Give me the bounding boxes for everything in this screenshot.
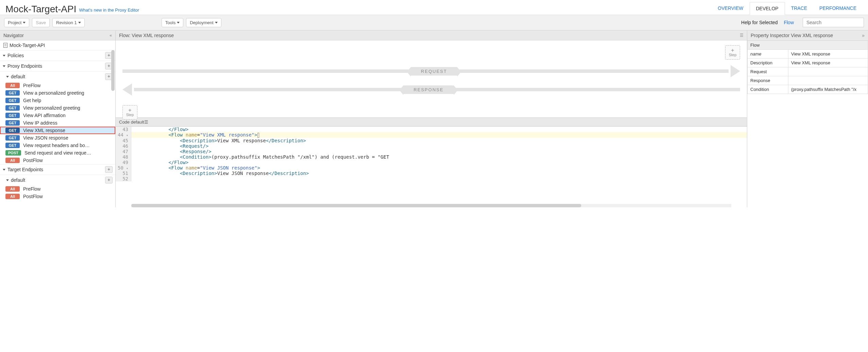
- nav-flow-item[interactable]: AllPostFlow: [0, 193, 115, 200]
- nav-flow-label: Send request and view reque…: [24, 150, 91, 156]
- property-value[interactable]: [788, 76, 868, 85]
- nav-section-target-endpoints[interactable]: Target Endpoints +: [0, 164, 115, 175]
- search-input[interactable]: [803, 18, 864, 27]
- project-menu[interactable]: Project: [4, 18, 29, 27]
- revision-menu[interactable]: Revision 1: [52, 18, 85, 27]
- plus-icon: +: [128, 108, 131, 113]
- code-line[interactable]: 48 <Condition>(proxy.pathsuffix MatchesP…: [116, 154, 747, 160]
- property-row[interactable]: Condition(proxy.pathsuffix MatchesPath "…: [748, 85, 868, 94]
- nav-flow-item[interactable]: GETView XML response: [0, 127, 115, 134]
- navigator-panel: Navigator « Mock-Target-API Policies + P…: [0, 31, 116, 207]
- property-value[interactable]: View XML response: [788, 50, 868, 59]
- property-row[interactable]: Request: [748, 67, 868, 76]
- property-value[interactable]: (proxy.pathsuffix MatchesPath "/x: [788, 85, 868, 94]
- nav-flow-label: View a personalized greeting: [23, 90, 84, 96]
- property-key: Condition: [748, 85, 788, 94]
- code-editor-header: Code default ☰: [116, 117, 747, 127]
- nav-flow-item[interactable]: POSTSend request and view reque…: [0, 149, 115, 157]
- property-value[interactable]: View XML response: [788, 59, 868, 67]
- nav-section-policies[interactable]: Policies +: [0, 50, 115, 61]
- code-line[interactable]: 43 </Flow>: [116, 127, 747, 132]
- request-pipeline: REQUEST: [122, 65, 740, 77]
- code-line[interactable]: 46 <Request/>: [116, 143, 747, 149]
- save-button[interactable]: Save: [32, 18, 50, 27]
- whats-new-link[interactable]: What's new in the Proxy Editor: [79, 7, 139, 13]
- nav-flow-item[interactable]: AllPostFlow: [0, 157, 115, 164]
- method-badge: GET: [5, 105, 20, 111]
- code-toggle-icon[interactable]: ☰: [144, 119, 148, 125]
- code-line[interactable]: 51 <Description>View JSON response</Desc…: [116, 171, 747, 176]
- code-text: <Flow name="View XML response">: [131, 132, 259, 138]
- code-text: </Flow>: [131, 127, 188, 132]
- nav-flow-item[interactable]: GETGet help: [0, 97, 115, 104]
- method-badge: All: [5, 83, 20, 88]
- code-line[interactable]: 47 <Response/>: [116, 149, 747, 154]
- navigator-header: Navigator «: [0, 31, 115, 41]
- line-number: 51: [116, 171, 131, 176]
- code-horizontal-scrollbar[interactable]: [131, 204, 731, 207]
- document-icon: [3, 43, 7, 48]
- collapse-left-icon[interactable]: «: [110, 33, 112, 38]
- code-line[interactable]: 52: [116, 176, 747, 181]
- code-line[interactable]: 49 </Flow>: [116, 160, 747, 165]
- arrow-left-icon: [122, 83, 132, 96]
- line-number: 46: [116, 143, 131, 149]
- nav-flow-item[interactable]: AllPreFlow: [0, 82, 115, 89]
- nav-section-proxy-endpoints[interactable]: Proxy Endpoints +: [0, 61, 115, 71]
- method-badge: GET: [5, 113, 20, 118]
- expand-right-icon[interactable]: »: [862, 33, 865, 38]
- line-number: 50 ▾: [116, 165, 131, 171]
- app-header: Mock-Target-API What's new in the Proxy …: [0, 0, 868, 15]
- code-line[interactable]: 45 <Description>View XML response</Descr…: [116, 138, 747, 143]
- nav-root-item[interactable]: Mock-Target-API: [0, 41, 115, 50]
- response-label: RESPONSE: [403, 85, 454, 94]
- add-target-endpoint-button[interactable]: +: [105, 166, 113, 173]
- method-badge: All: [5, 186, 20, 192]
- tab-performance[interactable]: PERFORMANCE: [813, 2, 863, 15]
- deployment-menu[interactable]: Deployment: [186, 18, 221, 27]
- nav-flow-label: View IP address: [23, 120, 57, 126]
- nav-flow-item[interactable]: GETView JSON response: [0, 134, 115, 142]
- navigator-body: Mock-Target-API Policies + Proxy Endpoin…: [0, 41, 115, 207]
- nav-flow-label: View XML response: [23, 128, 65, 133]
- property-row[interactable]: nameView XML response: [748, 50, 868, 59]
- nav-flow-label: View personalized greeting: [23, 105, 80, 111]
- tools-menu[interactable]: Tools: [162, 18, 183, 27]
- collapse-up-icon[interactable]: ☰: [740, 33, 744, 38]
- nav-flow-item[interactable]: GETView personalized greeting: [0, 104, 115, 112]
- nav-flow-item[interactable]: GETView API affirmation: [0, 112, 115, 119]
- tab-develop[interactable]: DEVELOP: [750, 2, 785, 15]
- code-text: [131, 176, 134, 181]
- property-row[interactable]: Response: [748, 76, 868, 85]
- nav-flow-item[interactable]: AllPreFlow: [0, 185, 115, 193]
- help-for-selected-label: Help for Selected: [741, 20, 778, 25]
- nav-flow-item[interactable]: GETView request headers and bo…: [0, 142, 115, 149]
- code-line[interactable]: 44 ▾ <Flow name="View XML response">: [116, 132, 747, 138]
- tab-overview[interactable]: OVERVIEW: [712, 2, 749, 15]
- request-label: REQUEST: [411, 67, 457, 76]
- code-editor[interactable]: 43 </Flow>44 ▾ <Flow name="View XML resp…: [116, 127, 747, 203]
- line-number: 47: [116, 149, 131, 154]
- add-target-flow-button[interactable]: +: [105, 177, 113, 183]
- line-number: 48: [116, 154, 131, 160]
- navigator-scrollbar[interactable]: [111, 50, 115, 91]
- code-line[interactable]: 50 ▾ <Flow name="View JSON response">: [116, 165, 747, 171]
- help-flow-link[interactable]: Flow: [784, 20, 794, 25]
- nav-flow-label: View API affirmation: [23, 113, 66, 118]
- property-value[interactable]: [788, 67, 868, 76]
- nav-flow-label: View JSON response: [23, 135, 68, 141]
- add-step-request-button[interactable]: + Step: [725, 45, 740, 60]
- nav-target-default[interactable]: default +: [0, 175, 115, 185]
- property-row[interactable]: DescriptionView XML response: [748, 59, 868, 67]
- line-number: 49: [116, 160, 131, 165]
- nav-proxy-default[interactable]: default +: [0, 71, 115, 82]
- chevron-down-icon: [3, 169, 5, 171]
- code-text: <Request/>: [131, 143, 208, 149]
- nav-flow-item[interactable]: GETView a personalized greeting: [0, 89, 115, 97]
- tab-trace[interactable]: TRACE: [785, 2, 813, 15]
- nav-flow-item[interactable]: GETView IP address: [0, 119, 115, 127]
- nav-flow-label: PreFlow: [23, 186, 40, 192]
- property-key: Response: [748, 76, 788, 85]
- add-step-response-button[interactable]: + Step: [122, 105, 137, 119]
- nav-flow-label: PreFlow: [23, 83, 40, 88]
